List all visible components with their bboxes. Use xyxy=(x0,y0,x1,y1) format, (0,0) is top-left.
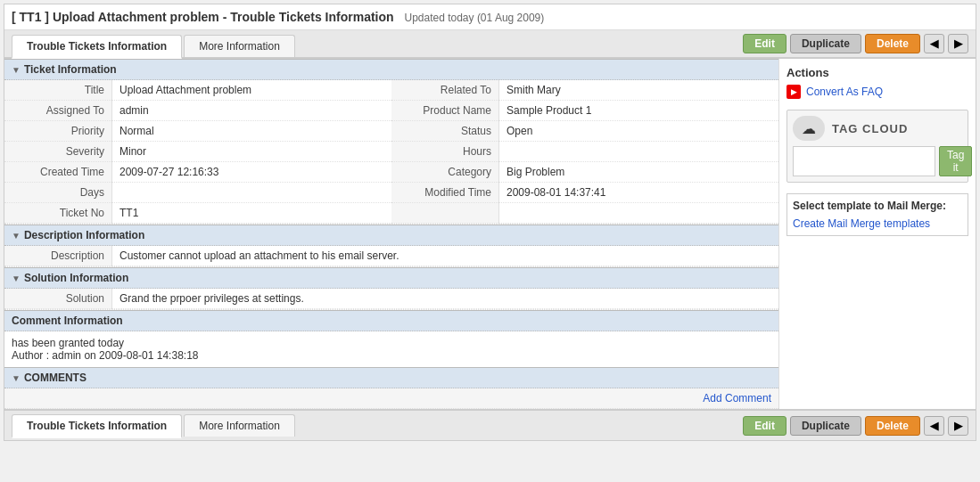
comments-title: COMMENTS xyxy=(24,372,86,384)
comment-info-body: has been granted today Author : admin on… xyxy=(4,331,778,367)
value-solution: Grand the prpoer privileges at settings. xyxy=(111,289,778,309)
sidebar: Actions ▶ Convert As FAQ ☁ TAG CLOUD Tag… xyxy=(779,59,976,409)
bottom-action-buttons: Edit Duplicate Delete ◀ ▶ xyxy=(743,416,968,436)
label-created-time: Created Time xyxy=(4,162,111,183)
page-title: [ TT1 ] Upload Attachment problem - Trou… xyxy=(12,10,544,24)
value-created-time: 2009-07-27 12:16:33 xyxy=(111,162,391,183)
comment-info-title: Comment Information xyxy=(12,315,123,327)
comment-info-header: Comment Information xyxy=(4,310,778,331)
value-ticket-no: TT1 xyxy=(111,203,391,224)
tag-cloud-header: ☁ TAG CLOUD xyxy=(793,116,962,141)
page-header: [ TT1 ] Upload Attachment problem - Trou… xyxy=(4,4,976,30)
solution-chevron-icon: ▼ xyxy=(12,274,21,283)
next-button-top[interactable]: ▶ xyxy=(948,34,968,53)
label-status: Status xyxy=(391,121,498,142)
tab-trouble-tickets-bottom[interactable]: Trouble Tickets Information xyxy=(12,414,182,438)
description-grid: Description Customer cannot upload an at… xyxy=(4,246,778,267)
tab-trouble-tickets-top[interactable]: Trouble Tickets Information xyxy=(12,35,182,59)
value-assigned-to: admin xyxy=(111,101,391,121)
value-modified-time: 2009-08-01 14:37:41 xyxy=(498,183,778,203)
next-button-bottom[interactable]: ▶ xyxy=(948,416,968,436)
top-action-buttons: Edit Duplicate Delete ◀ ▶ xyxy=(743,34,968,57)
main-area: ▼ Ticket Information Title Upload Attach… xyxy=(4,59,976,409)
top-tabs: Trouble Tickets Information More Informa… xyxy=(12,35,295,57)
value-hours xyxy=(498,142,778,162)
tab-more-information-top[interactable]: More Information xyxy=(184,35,295,57)
tag-input-row: Tag it xyxy=(793,146,962,176)
comments-section-header: ▼ COMMENTS xyxy=(4,367,778,388)
value-status: Open xyxy=(498,121,778,142)
solution-section-header: ▼ Solution Information xyxy=(4,267,778,289)
label-description: Description xyxy=(4,246,111,266)
comment-body-line2: Author : admin on 2009-08-01 14:38:18 xyxy=(12,349,771,362)
label-category: Category xyxy=(391,162,498,183)
description-chevron-icon: ▼ xyxy=(12,231,21,241)
comment-body-line1: has been granted today xyxy=(12,337,771,349)
tag-it-button[interactable]: Tag it xyxy=(939,146,972,176)
duplicate-button-top[interactable]: Duplicate xyxy=(790,34,861,53)
edit-button-top[interactable]: Edit xyxy=(743,34,786,53)
actions-title: Actions xyxy=(786,66,968,79)
tag-input[interactable] xyxy=(793,146,935,176)
add-comment-row: Add Comment xyxy=(4,388,778,409)
edit-button-bottom[interactable]: Edit xyxy=(743,416,786,436)
duplicate-button-bottom[interactable]: Duplicate xyxy=(790,416,861,436)
label-ticket-no: Ticket No xyxy=(4,203,111,224)
bottom-tab-bar: Trouble Tickets Information More Informa… xyxy=(4,409,976,440)
content-area: ▼ Ticket Information Title Upload Attach… xyxy=(4,59,779,409)
tag-cloud-box: ☁ TAG CLOUD Tag it xyxy=(786,110,968,183)
label-days: Days xyxy=(4,183,111,203)
value-title: Upload Attachment problem xyxy=(111,80,391,101)
description-title: Description Information xyxy=(24,229,144,241)
label-empty xyxy=(391,203,498,224)
comments-chevron-icon: ▼ xyxy=(12,373,21,383)
tag-cloud-title: TAG CLOUD xyxy=(832,122,908,135)
solution-grid: Solution Grand the prpoer privileges at … xyxy=(4,289,778,310)
value-empty xyxy=(498,203,778,224)
convert-faq-icon: ▶ xyxy=(786,85,801,99)
delete-button-top[interactable]: Delete xyxy=(865,34,920,53)
sidebar-actions: Actions ▶ Convert As FAQ xyxy=(786,66,968,99)
label-related-to: Related To xyxy=(391,80,498,101)
label-product-name: Product Name xyxy=(391,101,498,121)
description-section-header: ▼ Description Information xyxy=(4,225,778,246)
tag-cloud-icon: ☁ xyxy=(793,116,825,141)
label-modified-time: Modified Time xyxy=(391,183,498,203)
top-tab-bar: Trouble Tickets Information More Informa… xyxy=(4,30,976,59)
mail-merge-box: Select template to Mail Merge: Create Ma… xyxy=(786,193,968,236)
value-related-to: Smith Mary xyxy=(498,80,778,101)
ticket-info-section-header: ▼ Ticket Information xyxy=(4,59,778,80)
updated-text: Updated today (01 Aug 2009) xyxy=(404,12,544,24)
add-comment-link[interactable]: Add Comment xyxy=(703,392,771,404)
delete-button-bottom[interactable]: Delete xyxy=(865,416,920,436)
ticket-4col-grid: Title Upload Attachment problem Related … xyxy=(4,80,778,225)
label-title: Title xyxy=(4,80,111,101)
bottom-tabs: Trouble Tickets Information More Informa… xyxy=(12,414,295,437)
label-assigned-to: Assigned To xyxy=(4,101,111,121)
value-severity: Minor xyxy=(111,142,391,162)
prev-button-top[interactable]: ◀ xyxy=(924,34,944,53)
convert-faq-link[interactable]: Convert As FAQ xyxy=(806,86,883,98)
ticket-chevron-icon: ▼ xyxy=(12,65,21,75)
label-severity: Severity xyxy=(4,142,111,162)
value-priority: Normal xyxy=(111,121,391,142)
ticket-info-title: Ticket Information xyxy=(24,63,117,76)
convert-faq-item: ▶ Convert As FAQ xyxy=(786,85,968,99)
value-product-name: Sample Product 1 xyxy=(498,101,778,121)
value-days xyxy=(111,183,391,203)
page-wrapper: [ TT1 ] Upload Attachment problem - Trou… xyxy=(4,4,976,441)
title-text: [ TT1 ] Upload Attachment problem - Trou… xyxy=(12,10,394,24)
tab-more-information-bottom[interactable]: More Information xyxy=(184,414,295,437)
solution-title: Solution Information xyxy=(24,272,128,284)
mail-merge-link[interactable]: Create Mail Merge templates xyxy=(793,217,930,230)
value-category: Big Problem xyxy=(498,162,778,183)
label-priority: Priority xyxy=(4,121,111,142)
mail-merge-title: Select template to Mail Merge: xyxy=(793,200,962,212)
label-solution: Solution xyxy=(4,289,111,309)
label-hours: Hours xyxy=(391,142,498,162)
prev-button-bottom[interactable]: ◀ xyxy=(924,416,944,436)
value-description: Customer cannot upload an attachment to … xyxy=(111,246,778,266)
